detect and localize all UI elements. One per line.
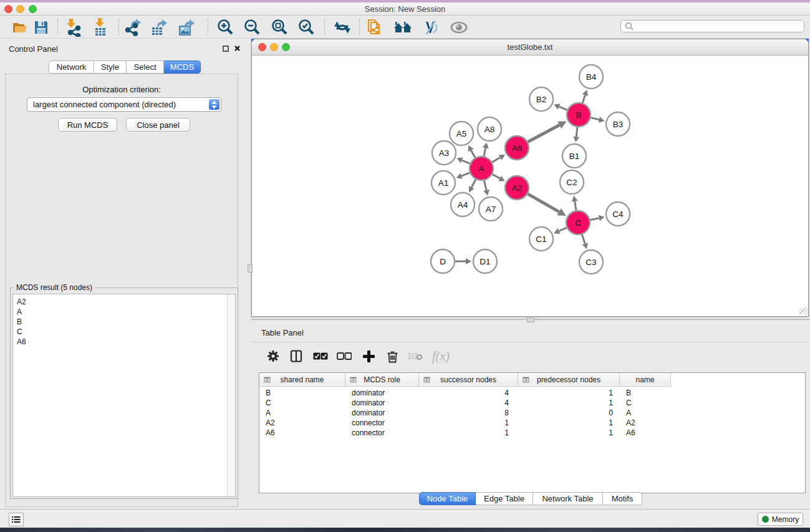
cell-predecessor-nodes[interactable]: 0 [518,408,620,418]
table-row-C[interactable]: Cdominator41C [259,398,671,408]
vertical-split-handle[interactable] [248,264,253,273]
table-row-B[interactable]: Bdominator41B [259,388,671,398]
tab-select[interactable]: Select [127,60,164,74]
delete-column-icon[interactable] [383,347,402,365]
import-table-icon[interactable] [90,17,110,37]
table-row-A[interactable]: Adominator80A [259,408,671,418]
refresh-icon[interactable] [332,17,352,37]
column-header-MCDS-role[interactable]: MCDS role [345,373,419,387]
edge-A2-C[interactable] [528,194,559,212]
cell-name[interactable]: C [620,398,671,408]
cell-MCDS-role[interactable]: dominator [345,408,419,418]
edge-C-C4[interactable] [591,218,599,220]
tab-motifs[interactable]: Motifs [603,492,642,505]
edge-B-B4[interactable] [582,95,585,103]
cell-MCDS-role[interactable]: dominator [345,398,419,408]
edge-C-C3[interactable] [582,235,585,244]
edge-B-B1[interactable] [576,127,577,137]
network-window-titlebar[interactable]: testGlobe.txt [252,39,808,56]
cell-MCDS-role[interactable]: connector [345,418,419,428]
show-hide-icon[interactable] [449,17,469,37]
cell-shared-name[interactable]: A2 [259,418,345,428]
column-header-predecessor-nodes[interactable]: predecessor nodes [518,373,620,387]
cell-predecessor-nodes[interactable]: 1 [518,388,620,398]
cell-successor-nodes[interactable]: 8 [419,408,518,418]
open-file-icon[interactable] [10,17,30,37]
cell-predecessor-nodes[interactable]: 1 [518,398,620,408]
cell-shared-name[interactable]: B [259,388,345,398]
export-table-icon[interactable] [149,17,169,37]
mcds-result-list[interactable]: A2ABCA6 [12,294,236,497]
edge-A-A2[interactable] [493,175,500,179]
edge-A-A7[interactable] [484,180,486,190]
cell-successor-nodes[interactable]: 4 [419,388,518,398]
optimization-criterion-select[interactable]: largest connected component (directed) [27,97,221,112]
mcds-result-item[interactable]: C [17,327,26,337]
close-panel-button[interactable]: Close panel [126,118,190,132]
edge-A-A8[interactable] [484,148,486,156]
cell-successor-nodes[interactable]: 1 [419,428,518,438]
delete-table-icon[interactable] [406,347,425,365]
zoom-out-icon[interactable] [242,17,262,37]
edge-A-A1[interactable] [461,173,470,176]
cell-predecessor-nodes[interactable]: 1 [518,428,620,438]
split-columns-icon[interactable] [287,347,306,365]
network-graph[interactable]: B4B2BB3A5A8A6B1A3AC2A1A2A4A7C4CC1C3DD1 [252,56,808,316]
cell-MCDS-role[interactable]: connector [345,428,419,438]
unselect-all-columns-icon[interactable] [335,347,354,365]
window-resize-grip[interactable] [799,307,808,316]
zoom-fit-icon[interactable] [269,17,289,37]
edge-A-A6[interactable] [492,158,500,162]
import-network-icon[interactable] [63,17,83,37]
save-session-icon[interactable] [31,17,51,37]
table-row-A6[interactable]: A6connector11A6 [259,428,671,438]
cell-successor-nodes[interactable]: 1 [419,418,518,428]
clone-network-icon[interactable] [365,17,385,37]
edge-C-C1[interactable] [559,228,566,231]
tab-edge-table[interactable]: Edge Table [476,492,533,505]
function-builder-icon[interactable]: f(x) [430,347,452,365]
column-header-name[interactable]: name [620,373,671,387]
cell-shared-name[interactable]: A [259,408,345,418]
tab-mcds[interactable]: MCDS [164,60,201,74]
edge-B-B2[interactable] [559,107,567,110]
mcds-list-scrollbar[interactable] [227,294,235,496]
edge-C-C2[interactable] [575,201,576,211]
mcds-result-item[interactable]: B [17,317,26,327]
cell-shared-name[interactable]: C [259,398,345,408]
mcds-result-item[interactable]: A2 [17,297,26,307]
memory-button[interactable]: Memory [758,513,803,526]
cell-shared-name[interactable]: A6 [259,428,345,438]
edge-A-A5[interactable] [471,150,475,158]
select-all-columns-icon[interactable] [311,347,330,365]
tab-network-table[interactable]: Network Table [533,492,603,505]
run-mcds-button[interactable]: Run MCDS [58,118,117,132]
close-panel-icon[interactable] [234,45,241,52]
cell-name[interactable]: B [620,388,671,398]
add-column-icon[interactable] [359,347,378,365]
mcds-result-item[interactable]: A [17,307,26,317]
export-image-icon[interactable] [176,17,196,37]
search-input[interactable] [620,20,804,32]
table-settings-icon[interactable] [264,347,282,365]
table-row-A2[interactable]: A2connector11A2 [259,418,671,428]
zoom-in-icon[interactable] [215,17,235,37]
tab-node-table[interactable]: Node Table [419,492,476,505]
tab-style[interactable]: Style [94,60,127,74]
cell-predecessor-nodes[interactable]: 1 [518,418,620,428]
tab-network[interactable]: Network [49,60,94,74]
network-canvas[interactable]: B4B2BB3A5A8A6B1A3AC2A1A2A4A7C4CC1C3DD1 [252,56,808,316]
float-panel-icon[interactable] [223,46,229,52]
task-history-button[interactable] [9,513,24,526]
column-header-shared-name[interactable]: shared name [259,373,345,387]
mcds-result-item[interactable]: A6 [17,337,26,347]
cell-name[interactable]: A6 [620,428,671,438]
edge-A6-B[interactable] [528,125,560,142]
zoom-selected-icon[interactable] [296,17,316,37]
edge-B-B3[interactable] [591,118,599,120]
edge-A-A3[interactable] [462,160,470,163]
cell-MCDS-role[interactable]: dominator [345,388,419,398]
horizontal-split-handle[interactable] [527,317,534,322]
cell-name[interactable]: A2 [620,418,671,428]
export-network-icon[interactable] [123,17,143,37]
